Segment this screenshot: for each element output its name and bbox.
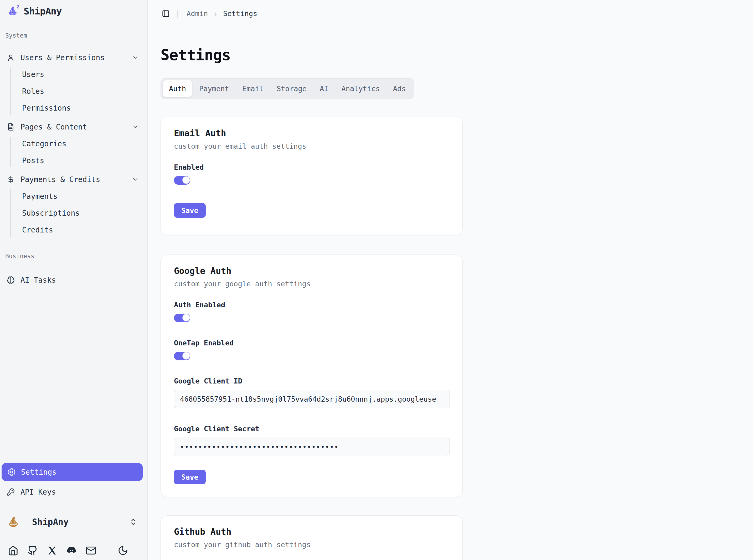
nav-guide-line [10, 67, 11, 115]
field-label-auth-enabled: Auth Enabled [174, 300, 449, 309]
field-label-enabled: Enabled [174, 163, 449, 172]
sidebar-item-roles[interactable]: Roles [0, 83, 148, 100]
nav-label: Settings [21, 468, 57, 477]
switch-knob [182, 352, 190, 360]
sidebar-item-settings[interactable]: Settings [2, 463, 143, 481]
topbar: Admin Settings [148, 0, 753, 27]
switch-knob [182, 176, 190, 184]
nav-label: AI Tasks [20, 276, 56, 284]
sidebar-item-pages-content[interactable]: Pages & Content [0, 118, 148, 135]
shipany-admin-app: 2 ShipAny System Users & Permissions [0, 0, 753, 560]
card-title: Github Auth [174, 527, 449, 537]
sidebar: 2 ShipAny System Users & Permissions [0, 0, 148, 560]
sidebar-item-credits[interactable]: Credits [0, 221, 148, 238]
sidebar-section-system: System [5, 32, 27, 39]
field-label-google-client-id: Google Client ID [174, 377, 449, 385]
save-button[interactable]: Save [174, 469, 206, 484]
breadcrumb: Admin Settings [186, 9, 257, 18]
sidebar-item-subscriptions[interactable]: Subscriptions [0, 205, 148, 221]
field-label-onetap-enabled: OneTap Enabled [174, 339, 449, 347]
google-onetap-enabled-switch[interactable] [174, 352, 190, 360]
home-icon[interactable] [8, 545, 18, 556]
sidebar-item-posts[interactable]: Posts [0, 152, 148, 169]
sidebar-nav: Users & Permissions Users Roles Permissi… [0, 49, 148, 240]
x-icon[interactable] [47, 545, 57, 556]
tab-payment[interactable]: Payment [193, 80, 235, 97]
sidebar-item-users-permissions[interactable]: Users & Permissions [0, 49, 148, 66]
switch-knob [182, 314, 190, 321]
card-title: Google Auth [174, 266, 449, 276]
brain-icon [7, 276, 15, 284]
tab-auth[interactable]: Auth [163, 80, 192, 97]
google-client-secret-input[interactable] [174, 438, 450, 456]
logo-badge: 2 [17, 4, 19, 9]
sidebar-item-payments-credits[interactable]: Payments & Credits [0, 171, 148, 188]
breadcrumb-admin[interactable]: Admin [186, 9, 208, 18]
nav-guide-line [10, 189, 11, 237]
main-content: Admin Settings Settings Auth Payment Ema… [148, 0, 753, 560]
sidebar-item-users[interactable]: Users [0, 66, 148, 83]
chevron-down-icon [132, 176, 139, 183]
nav-group-payments-credits: Payments & Credits Payments Subscription… [0, 171, 148, 238]
card-description: custom your github auth settings [174, 540, 449, 549]
google-client-id-input[interactable] [174, 390, 450, 408]
github-auth-card: Github Auth custom your github auth sett… [160, 515, 463, 560]
tab-email[interactable]: Email [236, 80, 270, 97]
email-auth-card: Email Auth custom your email auth settin… [160, 117, 463, 235]
key-icon [7, 488, 15, 496]
nav-label: Users & Permissions [20, 53, 104, 62]
tab-storage[interactable]: Storage [271, 80, 313, 97]
nav-guide-line [10, 137, 11, 167]
mail-icon[interactable] [86, 545, 96, 556]
card-description: custom your email auth settings [174, 142, 449, 151]
chevron-down-icon [132, 123, 139, 130]
sidebar-item-payments[interactable]: Payments [0, 188, 148, 205]
sidebar-item-categories[interactable]: Categories [0, 135, 148, 152]
breadcrumb-separator [177, 10, 178, 18]
sidebar-section-business: Business [5, 253, 35, 260]
chevron-right-icon [213, 11, 218, 17]
nav-label: Payments & Credits [20, 175, 100, 184]
gear-icon [7, 468, 16, 476]
sailboat-icon: 2 [7, 5, 18, 17]
discord-icon[interactable] [66, 545, 77, 556]
github-icon[interactable] [27, 545, 38, 556]
google-auth-enabled-switch[interactable] [174, 314, 190, 322]
tab-analytics[interactable]: Analytics [335, 80, 386, 97]
social-separator [107, 545, 107, 556]
social-links [8, 543, 128, 558]
team-switcher[interactable]: ShipAny [0, 510, 148, 534]
sidebar-toggle-icon[interactable] [162, 10, 170, 18]
chevron-down-icon [132, 54, 139, 61]
tab-ai[interactable]: AI [314, 80, 335, 97]
file-text-icon [7, 123, 15, 131]
team-name: ShipAny [32, 517, 68, 527]
brand-logo[interactable]: 2 ShipAny [7, 4, 62, 18]
field-label-google-client-secret: Google Client Secret [174, 424, 449, 434]
sailboat-icon [7, 515, 19, 528]
nav-group-pages-content: Pages & Content Categories Posts [0, 118, 148, 169]
moon-icon[interactable] [118, 545, 128, 556]
sidebar-item-permissions[interactable]: Permissions [0, 100, 148, 116]
nav-group-users-permissions: Users & Permissions Users Roles Permissi… [0, 49, 148, 116]
google-auth-card: Google Auth custom your google auth sett… [160, 255, 463, 497]
card-title: Email Auth [174, 128, 449, 139]
email-enabled-switch[interactable] [174, 176, 190, 185]
page-title: Settings [160, 46, 231, 64]
settings-tabs: Auth Payment Email Storage AI Analytics … [160, 78, 414, 99]
tab-ads[interactable]: Ads [387, 80, 412, 97]
nav-label: API Keys [20, 488, 56, 496]
sidebar-item-api-keys[interactable]: API Keys [0, 484, 148, 500]
user-icon [7, 54, 15, 61]
breadcrumb-current: Settings [223, 9, 257, 18]
nav-label: Pages & Content [20, 123, 87, 131]
brand-name: ShipAny [24, 6, 62, 17]
save-button[interactable]: Save [174, 203, 206, 218]
card-description: custom your google auth settings [174, 279, 449, 288]
chevrons-up-down-icon [129, 518, 137, 526]
sidebar-item-ai-tasks[interactable]: AI Tasks [0, 272, 148, 288]
dollar-icon [7, 176, 15, 183]
sidebar-divider [0, 542, 148, 542]
